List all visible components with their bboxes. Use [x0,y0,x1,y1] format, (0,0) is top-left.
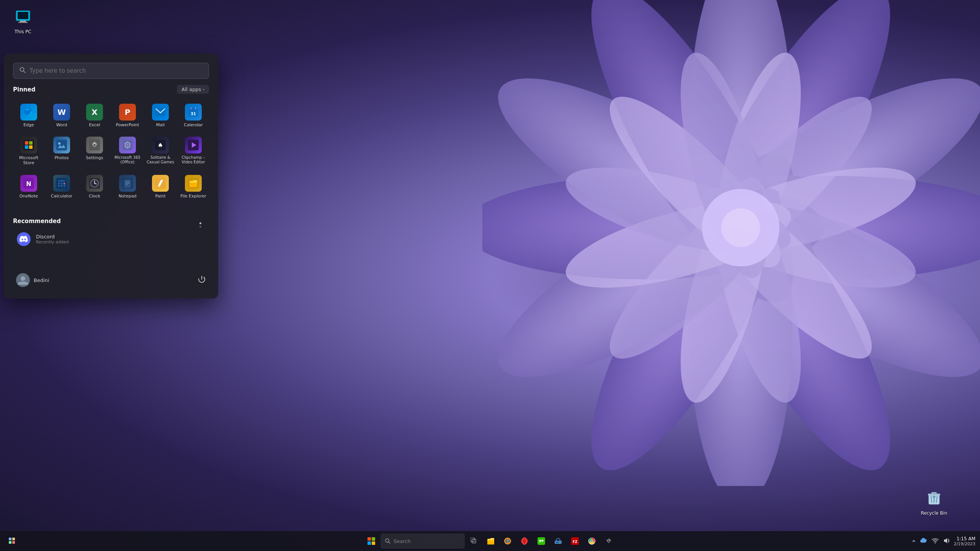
taskbar-firefox[interactable] [500,533,515,549]
task-view-button[interactable] [466,533,482,549]
svg-rect-40 [191,108,191,109]
calendar-label: Calendar [184,122,203,127]
app-item-powerpoint[interactable]: P PowerPoint [112,100,143,131]
svg-point-51 [93,144,96,146]
svg-rect-95 [470,538,474,541]
paint-icon [152,175,169,192]
svg-rect-74 [124,180,131,187]
app-item-calendar[interactable]: 31 Calendar [178,100,209,131]
start-menu-bottom-row: Bedini [13,271,209,289]
desktop-icon-this-pc[interactable]: This PC [8,8,38,35]
clock-icon [86,175,103,192]
app-item-mail[interactable]: Mail [145,100,176,131]
scroll-dots [199,222,201,228]
power-button[interactable] [194,272,209,289]
svg-point-116 [934,542,936,543]
app-item-file-explorer[interactable]: File Explorer [178,171,209,202]
taskbar-clock[interactable]: 1:15 AM 2/19/2023 [954,536,975,546]
app-item-calculator[interactable]: Calculator [46,171,77,202]
excel-icon: X [86,104,103,121]
solitaire-icon: ♠ + [152,137,169,153]
svg-rect-88 [12,541,15,544]
svg-rect-46 [29,145,33,149]
app-item-clipchamp[interactable]: Clipchamp – Video Editor [178,133,209,169]
sys-tray-cloud[interactable] [919,536,929,546]
taskbar: Search [0,531,980,551]
taskbar-time-display: 1:15 AM [954,536,975,541]
app-item-onenote[interactable]: N OneNote [13,171,44,202]
scroll-dot-2 [199,226,201,228]
svg-point-48 [58,142,60,145]
mail-label: Mail [156,122,165,127]
app-item-notepad[interactable]: Notepad [112,171,143,202]
onenote-label: OneNote [20,194,38,199]
svg-line-94 [389,542,390,543]
svg-rect-63 [61,183,62,184]
mail-icon [152,104,169,121]
taskbar-file-explorer[interactable] [483,533,498,549]
app-item-settings[interactable]: Settings [79,133,110,169]
svg-rect-44 [29,141,33,145]
sys-tray-wifi[interactable] [930,536,940,546]
taskbar-left [5,533,20,549]
svg-text:31: 31 [191,112,196,116]
file-explorer-label: File Explorer [180,194,206,199]
taskbar-chrome[interactable] [584,533,599,549]
word-icon: W [53,104,70,121]
user-profile[interactable]: Bedini [13,271,52,289]
taskbar-opera[interactable] [517,533,532,549]
taskbar-wechat[interactable] [534,533,549,549]
microsoft-365-icon [119,137,136,153]
app-item-solitaire[interactable]: ♠ + Solitaire & Casual Games [145,133,176,169]
search-input[interactable] [29,67,203,74]
start-button[interactable] [364,533,379,549]
app-item-edge[interactable]: Edge [13,100,44,131]
pinned-section: Pinned All apps › [13,85,209,94]
discord-name: Discord [36,234,69,240]
taskbar-widgets-button[interactable] [5,533,20,549]
svg-rect-45 [25,145,28,149]
taskbar-search-placeholder: Search [394,538,411,544]
svg-text:N: N [26,180,31,187]
svg-rect-32 [931,492,937,494]
svg-point-115 [608,540,609,542]
taskbar-settings[interactable] [601,533,616,549]
recommended-discord[interactable]: Discord Recently added [13,228,209,250]
svg-rect-67 [64,185,65,187]
svg-rect-91 [368,541,371,545]
word-label: Word [56,122,67,127]
svg-rect-66 [61,185,62,187]
app-item-clock[interactable]: Clock [79,171,110,202]
onenote-icon: N [20,175,37,192]
sys-tray-sound[interactable] [942,536,952,546]
notepad-label: Notepad [119,194,137,199]
edge-label: Edge [23,122,34,127]
solitaire-label: Solitaire & Casual Games [146,155,175,165]
app-item-paint[interactable]: Paint [145,171,176,202]
svg-rect-47 [56,140,67,150]
all-apps-label: All apps [181,86,201,92]
app-item-microsoft-365[interactable]: Microsoft 365 (Office) [112,133,143,169]
taskbar-search-button[interactable]: Search [381,533,465,549]
user-name: Bedini [34,277,49,283]
all-apps-button[interactable]: All apps › [177,85,209,94]
taskbar-network[interactable] [550,533,566,549]
notepad-icon [119,175,136,192]
app-item-photos[interactable]: Photos [46,133,77,169]
svg-rect-79 [157,186,160,187]
sys-tray-chevron[interactable] [910,536,917,546]
recycle-bin-icon[interactable]: Recycle Bin [919,489,949,517]
svg-rect-85 [9,538,11,540]
app-item-word[interactable]: W Word [46,100,77,131]
svg-point-72 [94,183,95,184]
start-menu: Pinned All apps › Edge W [4,54,218,298]
app-item-excel[interactable]: X Excel [79,100,110,131]
this-pc-label: This PC [13,28,33,35]
powerpoint-label: PowerPoint [116,122,139,127]
discord-subtitle: Recently added [36,240,69,245]
app-item-microsoft-store[interactable]: Microsoft Store [13,133,44,169]
svg-rect-28 [20,21,26,22]
search-bar[interactable] [13,63,209,79]
taskbar-filezilla[interactable]: FZ [567,533,583,549]
photos-label: Photos [54,155,69,160]
